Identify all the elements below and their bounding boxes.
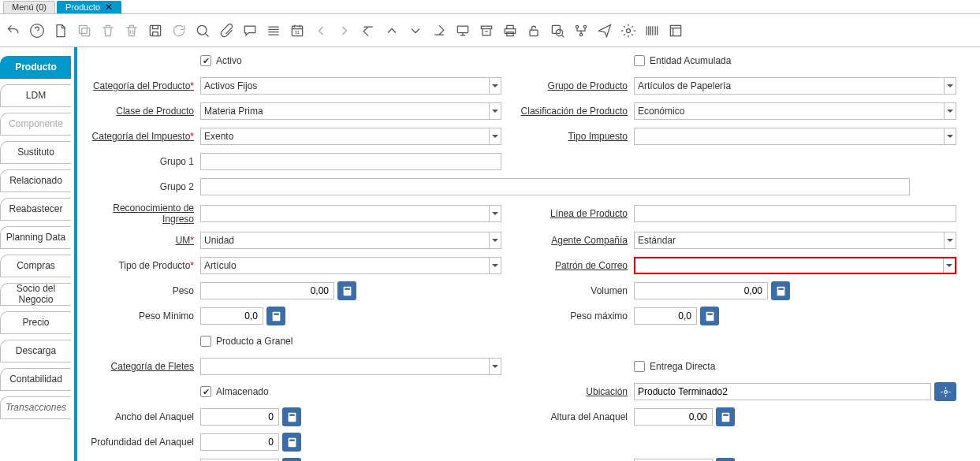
sidebar-item-sustituto[interactable]: Sustituto: [0, 141, 71, 164]
categoria-impuesto-combo[interactable]: Exento: [200, 128, 501, 145]
up-icon[interactable]: [383, 22, 401, 39]
chevron-down-icon[interactable]: [489, 232, 501, 248]
svg-point-4: [197, 25, 207, 35]
profundidad-anaquel-input[interactable]: [200, 433, 279, 451]
sidebar-item-descarga[interactable]: Descarga: [0, 340, 71, 362]
lock-icon[interactable]: [525, 22, 542, 39]
chevron-down-icon[interactable]: [944, 232, 956, 248]
volumen-input[interactable]: [634, 282, 768, 299]
calendar-icon[interactable]: 31: [289, 22, 306, 39]
search-icon[interactable]: [194, 22, 211, 39]
locator-icon[interactable]: [934, 382, 956, 401]
prev-icon[interactable]: [312, 22, 330, 39]
sidebar-item-producto[interactable]: Producto: [0, 56, 71, 79]
grupo2-input[interactable]: [200, 178, 910, 195]
clase-producto-combo[interactable]: Materia Prima: [200, 102, 501, 120]
chevron-down-icon[interactable]: [489, 103, 501, 119]
sidebar-item-transacciones[interactable]: Transacciones: [0, 396, 71, 419]
peso-input[interactable]: [200, 282, 334, 299]
copy-icon[interactable]: [76, 22, 93, 39]
sidebar-item-socio[interactable]: Socio del Negocio: [0, 283, 71, 306]
present-icon[interactable]: [454, 22, 471, 39]
calculator-icon[interactable]: [716, 458, 735, 461]
calculator-icon[interactable]: [337, 281, 356, 300]
send-icon[interactable]: [596, 22, 613, 39]
linea-producto-input[interactable]: [634, 205, 956, 222]
agente-combo[interactable]: Estándar: [634, 232, 956, 249]
calculator-icon[interactable]: [282, 407, 301, 426]
trash-icon[interactable]: [99, 22, 117, 39]
archive-icon[interactable]: [478, 22, 495, 39]
chevron-down-icon[interactable]: [489, 78, 501, 94]
sidebar-item-precio[interactable]: Precio: [0, 311, 71, 334]
calculator-icon[interactable]: [700, 307, 719, 325]
sidebar-item-relacionado[interactable]: Relacionado: [0, 169, 71, 192]
chevron-down-icon[interactable]: [944, 103, 956, 119]
workflow-icon[interactable]: [572, 22, 590, 39]
chevron-down-icon[interactable]: [489, 206, 501, 221]
tipo-producto-combo[interactable]: Artículo: [200, 257, 501, 274]
granel-label: Producto a Granel: [216, 336, 293, 347]
svg-point-13: [583, 25, 586, 28]
chat-icon[interactable]: [241, 22, 259, 39]
pesomin-input[interactable]: [200, 307, 263, 325]
tab-menu[interactable]: Menú (0): [3, 1, 55, 13]
down-icon[interactable]: [407, 22, 424, 39]
trash2-icon[interactable]: [123, 22, 140, 39]
save-icon[interactable]: [147, 22, 164, 39]
last-icon[interactable]: [430, 22, 448, 39]
sidebar-item-planning[interactable]: Planning Data: [0, 226, 71, 249]
um-combo[interactable]: Unidad: [200, 232, 501, 249]
categoria-producto-combo[interactable]: Activos Fijos: [200, 77, 501, 95]
entidad-checkbox[interactable]: [634, 55, 645, 66]
next-icon[interactable]: [336, 22, 353, 39]
granel-checkbox[interactable]: [200, 336, 211, 347]
categoria-fletes-combo[interactable]: [200, 358, 501, 375]
undo-icon[interactable]: [5, 22, 22, 39]
window-tabs: Menú (0) Producto✕: [0, 0, 980, 14]
ancho-anaquel-input[interactable]: [200, 408, 279, 426]
chevron-down-icon[interactable]: [489, 359, 501, 374]
print-icon[interactable]: [501, 22, 519, 39]
calculator-icon[interactable]: [716, 407, 735, 426]
calculator-icon[interactable]: [282, 433, 301, 452]
chevron-down-icon[interactable]: [944, 78, 956, 94]
help-icon[interactable]: [28, 22, 46, 39]
grid-icon[interactable]: [265, 22, 282, 39]
zoom-icon[interactable]: [549, 22, 566, 39]
altura-anaquel-input[interactable]: [634, 408, 713, 426]
chevron-down-icon[interactable]: [944, 128, 956, 144]
grupo1-input[interactable]: [200, 153, 501, 170]
um-label: UM*: [84, 235, 200, 246]
patron-correo-combo[interactable]: [634, 257, 956, 274]
chevron-down-icon[interactable]: [489, 258, 501, 273]
sidebar-item-reabastecer[interactable]: Reabastecer: [0, 198, 71, 221]
pesomax-input[interactable]: [634, 307, 697, 325]
calculator-icon[interactable]: [771, 281, 790, 300]
chevron-down-icon[interactable]: [943, 258, 955, 273]
clasificacion-producto-combo[interactable]: Económico: [634, 102, 956, 120]
sidebar-item-compras[interactable]: Compras: [0, 255, 71, 277]
tab-producto[interactable]: Producto✕: [57, 1, 121, 13]
activo-checkbox[interactable]: [200, 55, 211, 66]
refresh-icon[interactable]: [170, 22, 188, 39]
barcode-icon[interactable]: [643, 22, 661, 39]
almacenado-checkbox[interactable]: [200, 386, 211, 397]
calculator-icon[interactable]: [266, 307, 285, 325]
entrega-directa-checkbox[interactable]: [634, 361, 645, 372]
attach-icon[interactable]: [218, 22, 235, 39]
first-icon[interactable]: [360, 22, 377, 39]
tipo-impuesto-combo[interactable]: [634, 128, 956, 145]
new-icon[interactable]: [52, 22, 69, 39]
gear-icon[interactable]: [620, 22, 637, 39]
chevron-down-icon[interactable]: [489, 128, 501, 144]
report-icon[interactable]: [667, 22, 684, 39]
sidebar-item-ldm[interactable]: LDM: [0, 84, 71, 107]
calculator-icon[interactable]: [282, 458, 301, 461]
sidebar-item-contabilidad[interactable]: Contabilidad: [0, 368, 71, 391]
reconocimiento-combo[interactable]: [200, 205, 501, 222]
grupo-producto-combo[interactable]: Artículos de Papelería: [634, 77, 956, 95]
close-icon[interactable]: ✕: [105, 2, 113, 13]
clase-producto-label: Clase de Producto: [84, 106, 200, 117]
ubicacion-input[interactable]: [634, 383, 931, 400]
